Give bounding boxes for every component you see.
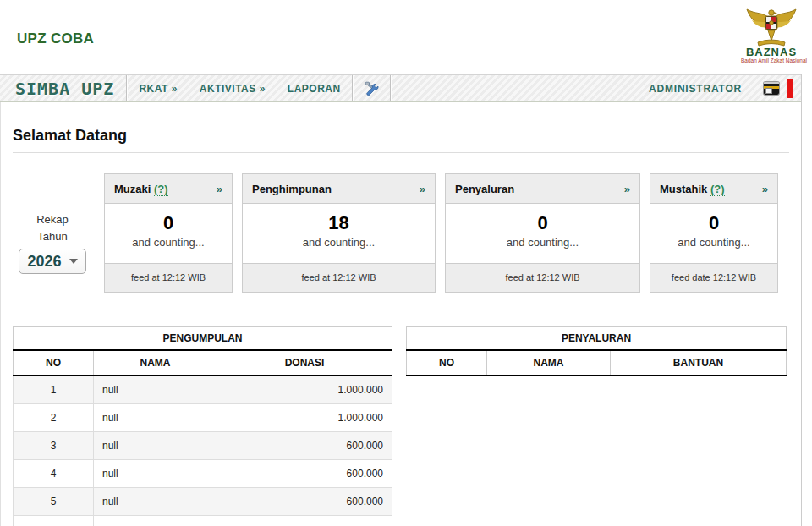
administrator-menu[interactable]: ADMINISTRATOR bbox=[649, 83, 742, 95]
dashboard-row: Rekap Tahun 2026 Muzaki (?) » 0 and coun… bbox=[13, 173, 789, 293]
column-header-donasi: DONASI bbox=[217, 350, 392, 375]
tables-row: PENGUMPULAN NO NAMA DONASI 1null1.000.00… bbox=[13, 326, 789, 526]
rekap-label-line2: Tahun bbox=[13, 228, 92, 245]
nav-divider bbox=[352, 75, 354, 101]
table-row: 2null1.000.000 bbox=[14, 404, 392, 432]
help-link[interactable]: (?) bbox=[710, 183, 725, 196]
row-number-cell: 5 bbox=[14, 488, 94, 516]
baznas-subtitle: Badan Amil Zakat Nasional bbox=[741, 58, 802, 63]
card-detail-link[interactable]: » bbox=[420, 183, 425, 195]
pengumpulan-table: PENGUMPULAN NO NAMA DONASI 1null1.000.00… bbox=[13, 326, 392, 526]
table-title: PENGUMPULAN bbox=[14, 327, 392, 351]
stat-card-mustahik: Mustahik (?) » 0 and counting... feed da… bbox=[650, 173, 778, 293]
org-title: UPZ COBA bbox=[17, 30, 94, 47]
content-wrap: SIMBA UPZ RKAT » AKTIVITAS » LAPORAN ADM… bbox=[0, 74, 802, 526]
card-feed-time: feed date 12:12 WIB bbox=[650, 263, 777, 292]
name-cell: null bbox=[94, 432, 217, 460]
column-header-nama: NAMA bbox=[487, 350, 611, 375]
row-number-cell: 3 bbox=[14, 432, 94, 460]
stat-card-penghimpunan: Penghimpunan » 18 and counting... feed a… bbox=[242, 173, 436, 293]
name-cell: null bbox=[94, 375, 217, 404]
nav-item-laporan[interactable]: LAPORAN bbox=[288, 83, 341, 95]
row-number-cell: 1 bbox=[14, 375, 94, 404]
submenu-arrow: » bbox=[260, 83, 266, 95]
rekap-tahun-panel: Rekap Tahun 2026 bbox=[13, 173, 92, 274]
card-value: 0 bbox=[105, 212, 232, 234]
table-row: 5null600.000 bbox=[14, 488, 392, 516]
amount-cell: 600.000 bbox=[217, 432, 392, 460]
column-header-nama: NAMA bbox=[94, 350, 217, 375]
amount-cell: 1.000.000 bbox=[217, 404, 392, 432]
amount-cell: 600.000 bbox=[217, 460, 392, 488]
wrench-icon bbox=[365, 81, 379, 96]
name-cell: null bbox=[94, 404, 217, 432]
main-navbar: SIMBA UPZ RKAT » AKTIVITAS » LAPORAN ADM… bbox=[0, 74, 801, 102]
card-feed-time: feed at 12:12 WIB bbox=[105, 263, 232, 292]
stat-card-muzaki: Muzaki (?) » 0 and counting... feed at 1… bbox=[104, 173, 233, 293]
nav-divider bbox=[126, 75, 128, 101]
table-row: 1null1.000.000 bbox=[14, 375, 392, 404]
card-detail-link[interactable]: » bbox=[217, 183, 222, 195]
table-row: 3null600.000 bbox=[14, 432, 392, 460]
card-title: Penyaluran bbox=[455, 183, 514, 195]
baznas-logo: BAZNAS Badan Amil Zakat Nasional bbox=[741, 5, 802, 63]
garuda-icon bbox=[744, 5, 798, 47]
table-body: 1null1.000.0002null1.000.0003null600.000… bbox=[14, 375, 392, 516]
column-header-no: NO bbox=[14, 350, 94, 375]
card-detail-link[interactable]: » bbox=[762, 183, 768, 195]
card-feed-time: feed at 12:12 WIB bbox=[243, 263, 435, 292]
card-title: Mustahik (?) bbox=[660, 183, 725, 195]
card-title: Muzaki (?) bbox=[114, 183, 168, 195]
card-value: 0 bbox=[650, 212, 777, 234]
main-content: Selamat Datang Rekap Tahun 2026 Muzaki (… bbox=[0, 102, 801, 526]
card-value: 0 bbox=[446, 212, 639, 234]
amount-cell: 1.000.000 bbox=[217, 375, 392, 404]
card-detail-link[interactable]: » bbox=[624, 183, 630, 195]
clipped-row bbox=[14, 516, 392, 526]
page-header: UPZ COBA BAZNAS Badan Amil Zakat Nasiona… bbox=[0, 0, 812, 74]
nav-divider bbox=[390, 75, 392, 101]
amount-cell: 600.000 bbox=[217, 488, 392, 516]
column-header-bantuan: BANTUAN bbox=[611, 350, 787, 375]
card-value: 18 bbox=[243, 212, 435, 234]
card-caption: and counting... bbox=[243, 236, 435, 249]
baznas-wordmark: BAZNAS bbox=[741, 47, 802, 58]
heading-divider bbox=[13, 152, 789, 153]
nav-item-aktivitas[interactable]: AKTIVITAS » bbox=[200, 83, 266, 95]
rekap-label-line1: Rekap bbox=[13, 211, 92, 228]
nav-item-rkat[interactable]: RKAT » bbox=[139, 83, 177, 95]
card-title: Penghimpunan bbox=[252, 183, 332, 195]
name-cell: null bbox=[94, 488, 217, 516]
kaaba-icon[interactable] bbox=[764, 82, 779, 95]
submenu-arrow: » bbox=[172, 83, 178, 95]
page-title: Selamat Datang bbox=[13, 102, 789, 145]
chevron-down-icon bbox=[69, 259, 78, 264]
help-link[interactable]: (?) bbox=[154, 183, 168, 196]
tools-button[interactable] bbox=[365, 81, 379, 96]
card-caption: and counting... bbox=[105, 236, 232, 249]
table-row: 4null600.000 bbox=[14, 460, 392, 488]
name-cell: null bbox=[94, 460, 217, 488]
column-header-no: NO bbox=[407, 350, 487, 375]
stat-card-penyaluran: Penyaluran » 0 and counting... feed at 1… bbox=[445, 173, 640, 293]
table-title: PENYALURAN bbox=[407, 327, 787, 351]
card-caption: and counting... bbox=[650, 236, 777, 249]
row-number-cell: 4 bbox=[14, 460, 94, 488]
red-bar-icon[interactable] bbox=[787, 79, 793, 98]
card-caption: and counting... bbox=[446, 236, 639, 249]
penyaluran-table: PENYALURAN NO NAMA BANTUAN bbox=[406, 326, 787, 526]
simba-upz-logo[interactable]: SIMBA UPZ bbox=[15, 79, 114, 99]
table-body bbox=[407, 375, 787, 526]
year-value: 2026 bbox=[27, 253, 61, 270]
card-feed-time: feed at 12:12 WIB bbox=[446, 263, 639, 292]
row-number-cell: 2 bbox=[14, 404, 94, 432]
year-select[interactable]: 2026 bbox=[19, 249, 86, 274]
